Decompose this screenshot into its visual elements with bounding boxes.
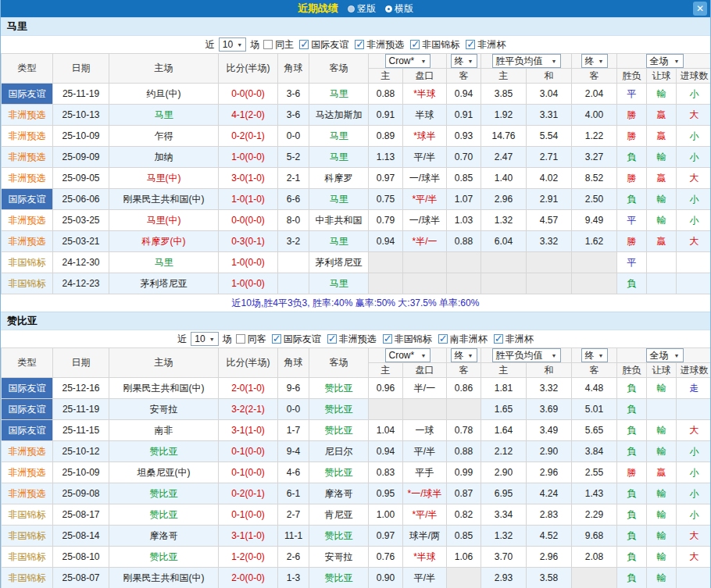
score-cell: 0-1(0-0) <box>219 504 278 526</box>
result-cell: 勝 <box>617 126 647 147</box>
col-type: 类型 <box>2 54 53 84</box>
type-cell: 非国锦标 <box>2 273 53 294</box>
avg-draw-cell <box>527 252 572 273</box>
league-filter-checkbox[interactable]: 非国锦标 <box>383 333 432 346</box>
handicap-cell <box>403 273 447 294</box>
away-team-cell: 赞比亚 <box>309 568 369 588</box>
avg-draw-cell: 4.24 <box>527 483 572 504</box>
match-row: 非洲预选25-03-25马里(中)0-0(0-0)8-0中非共和国0.79一/球… <box>2 210 711 231</box>
away-team-cell: 科摩罗 <box>309 168 369 189</box>
avg-final-select[interactable]: 终▼ <box>581 54 608 68</box>
col-home: 主场 <box>109 54 219 84</box>
avg-away-cell: 1.43 <box>572 483 617 504</box>
league-filter-checkbox[interactable]: 南非洲杯 <box>438 333 488 346</box>
avg-home-cell: 2.12 <box>481 441 527 462</box>
chevron-down-icon: ▼ <box>598 59 604 64</box>
scope-select[interactable]: 全场▼ <box>646 54 684 68</box>
away-odds-cell: 1.06 <box>447 547 481 568</box>
corner-cell: 5-2 <box>278 147 309 168</box>
matches-table: 类型 日期 主场 比分(半场) 角球 客场 Crow*▼ 终▼ 胜平负均值▼ 终… <box>1 347 711 588</box>
away-odds-cell: 0.82 <box>447 504 481 526</box>
corner-cell: 11-1 <box>278 526 309 547</box>
scope-select[interactable]: 全场▼ <box>646 348 684 362</box>
date-cell: 25-08-14 <box>53 526 109 547</box>
window-title: 近期战绩 <box>298 2 338 16</box>
match-row: 国际友谊25-11-19安哥拉3-2(2-1)0-0赞比亚1.653.695.0… <box>2 399 711 420</box>
avg-draw-cell: 2.96 <box>527 462 572 483</box>
same-home-checkbox[interactable]: 同主 <box>263 38 294 52</box>
bookmaker-select[interactable]: Crow*▼ <box>385 348 431 362</box>
corner-cell: 9-6 <box>278 378 309 399</box>
match-count-select[interactable]: 10▼ <box>191 332 218 346</box>
handicap-cell: 平/半 <box>403 568 447 588</box>
col-odds-away: 客 <box>447 69 481 84</box>
avg-home-cell: 1.65 <box>481 399 527 420</box>
league-filter-checkbox[interactable]: 非洲杯 <box>494 333 534 346</box>
type-cell: 非洲预选 <box>2 483 53 504</box>
league-filter-checkbox[interactable]: 非洲杯 <box>466 38 506 52</box>
avg-away-cell: 5.65 <box>572 420 617 441</box>
goals-result-cell: 大 <box>677 168 711 189</box>
goals-result-cell <box>677 273 711 294</box>
handicap-result-cell: 輸 <box>647 210 677 231</box>
match-row: 非国锦标24-12-23茅利塔尼亚1-0(0-0)马里負 <box>2 273 711 294</box>
avg-away-cell: 3.27 <box>572 147 617 168</box>
odds-final-select[interactable]: 终▼ <box>451 348 477 362</box>
chevron-down-icon: ▼ <box>674 353 680 358</box>
match-row: 国际友谊25-11-15南非3-1(1-0)1-7赞比亚1.04一球0.781.… <box>2 420 711 441</box>
score-cell: 0-1(0-0) <box>219 441 278 462</box>
avg-home-cell: 1.64 <box>481 420 527 441</box>
home-team-cell: 约旦(中) <box>109 84 219 105</box>
col-goals: 进球数 <box>677 69 711 84</box>
league-filter-checkbox[interactable]: 非洲预选 <box>327 333 377 346</box>
away-odds-cell: 0.88 <box>447 441 481 462</box>
date-cell: 25-10-12 <box>53 441 109 462</box>
handicap-cell: *球半 <box>403 126 447 147</box>
match-row: 国际友谊25-12-16刚果民主共和国(中)2-0(1-0)9-6赞比亚0.96… <box>2 378 711 399</box>
same-away-label: 同客 <box>248 333 266 346</box>
games-label: 场 <box>250 38 259 52</box>
close-button[interactable]: ✕ <box>693 2 707 16</box>
avg-away-cell: 2.29 <box>572 504 617 526</box>
goals-result-cell <box>677 399 711 420</box>
odds-final-select[interactable]: 终▼ <box>451 54 477 68</box>
avg-home-cell: 1.92 <box>481 105 527 126</box>
radio-selected-icon <box>385 5 392 12</box>
match-row: 非洲预选25-09-09加纳1-0(0-0)5-2马里1.13平/半0.702.… <box>2 147 711 168</box>
horizontal-layout-radio[interactable]: 横版 <box>385 2 413 16</box>
handicap-cell: 一/球半 <box>403 168 447 189</box>
vertical-layout-radio[interactable]: 竖版 <box>348 2 376 16</box>
date-cell: 25-06-06 <box>53 189 109 210</box>
home-team-cell: 加纳 <box>109 147 219 168</box>
league-filter-checkbox[interactable]: 非国锦标 <box>410 38 459 52</box>
horizontal-layout-label: 横版 <box>395 2 413 16</box>
score-cell: 1-0(0-0) <box>219 147 278 168</box>
league-filter-checkbox[interactable]: 国际友谊 <box>272 333 321 346</box>
handicap-cell: 半球 <box>403 105 447 126</box>
handicap-cell: 一/球半 <box>403 210 447 231</box>
filter-bar: 近 10▼ 场 同客 国际友谊非洲预选非国锦标南非洲杯非洲杯 <box>1 330 710 347</box>
avg-odds-select[interactable]: 胜平负均值▼ <box>492 348 561 362</box>
away-odds-cell: 0.70 <box>447 147 481 168</box>
same-away-checkbox[interactable]: 同客 <box>236 333 266 346</box>
avg-final-select[interactable]: 终▼ <box>581 348 608 362</box>
type-cell: 非国锦标 <box>2 568 53 588</box>
league-filter-checkbox[interactable]: 国际友谊 <box>299 38 348 52</box>
away-odds-cell <box>447 399 481 420</box>
score-cell: 1-0(0-0) <box>219 273 278 294</box>
bookmaker-select[interactable]: Crow*▼ <box>385 54 431 68</box>
away-odds-cell: 0.85 <box>447 526 481 547</box>
avg-odds-select[interactable]: 胜平负均值▼ <box>492 54 561 68</box>
recent-results-window: 近期战绩 竖版 横版 ✕ 马里 近 10▼ 场 同主 国际友谊非洲预选非国锦标非… <box>0 0 711 588</box>
league-filter-checkbox[interactable]: 非洲预选 <box>355 38 404 52</box>
date-cell: 24-12-23 <box>53 273 109 294</box>
handicap-cell <box>403 399 447 420</box>
score-cell: 0-0(0-0) <box>219 210 278 231</box>
away-odds-cell <box>447 252 481 273</box>
corner-cell: 2-7 <box>278 504 309 526</box>
match-count-select[interactable]: 10▼ <box>219 37 246 52</box>
league-label: 非国锦标 <box>395 333 432 346</box>
date-cell: 25-09-05 <box>53 168 109 189</box>
goals-result-cell: 小 <box>677 504 711 526</box>
result-cell: 負 <box>617 399 647 420</box>
